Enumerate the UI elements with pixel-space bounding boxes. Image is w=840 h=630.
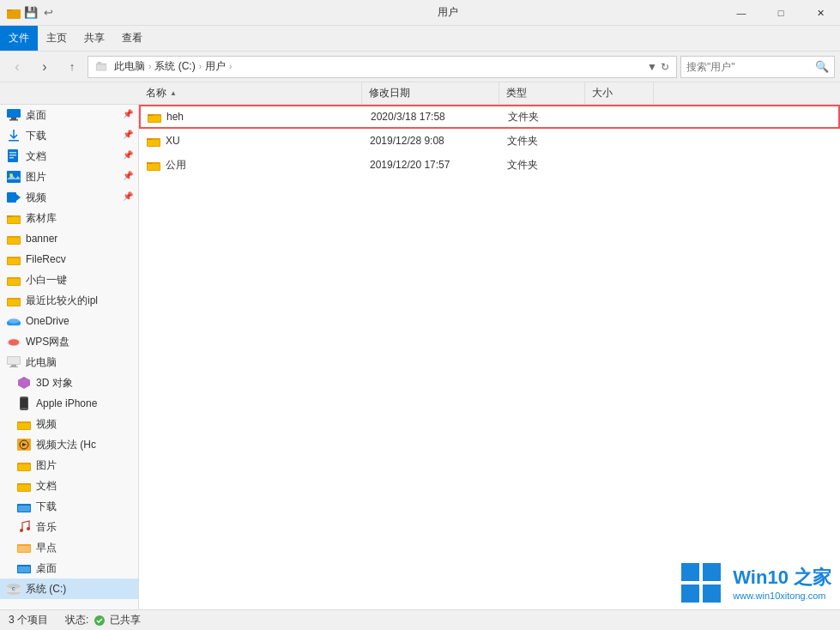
sidebar-item-videos2[interactable]: 视频	[0, 414, 138, 434]
file-date-public: 2019/12/20 17:57	[370, 159, 507, 171]
sidebar-item-pictures[interactable]: 图片 📌	[0, 167, 138, 187]
svg-rect-56	[18, 506, 30, 512]
music-icon	[17, 520, 31, 534]
menu-view[interactable]: 查看	[113, 26, 151, 51]
sidebar-item-breakfast[interactable]: 早点	[0, 537, 138, 558]
svg-rect-40	[9, 366, 18, 367]
svg-marker-73	[147, 138, 153, 140]
sidebar-label-wpsdisk: WPS网盘	[26, 335, 69, 349]
sidebar-item-wpsdisk[interactable]: WPS网盘	[0, 331, 138, 352]
col-header-date[interactable]: 修改日期	[362, 82, 499, 104]
nav-forward-button[interactable]: ›	[33, 56, 57, 78]
sidebar-item-banner[interactable]: banner	[0, 228, 138, 249]
folder-xu-icon	[147, 134, 160, 148]
sidebar-label-3d: 3D 对象	[36, 376, 73, 391]
sidebar-item-downloads[interactable]: 下载 📌	[0, 125, 138, 146]
sidebar-item-downloads2[interactable]: 下载	[0, 496, 138, 517]
watermark-title: Win10 之家	[733, 565, 831, 591]
file-item-xu[interactable]: XU 2019/12/28 9:08 文件夹	[139, 129, 840, 153]
pictures-icon	[7, 170, 21, 184]
sidebar-item-documents[interactable]: 文档 📌	[0, 146, 138, 167]
sidebar-item-videos[interactable]: 视频 📌	[0, 187, 138, 208]
sidebar-item-materials[interactable]: 素材库	[0, 208, 138, 228]
svg-marker-69	[148, 114, 154, 116]
sidebar-item-thispc[interactable]: 此电脑	[0, 352, 138, 373]
svg-rect-70	[148, 116, 160, 122]
search-bar[interactable]: 🔍	[680, 56, 835, 78]
videos-icon	[7, 191, 21, 204]
desktop-icon	[7, 108, 21, 122]
sidebar-item-desktop[interactable]: 桌面 📌	[0, 105, 138, 125]
file-name-text-xu: XU	[166, 135, 180, 147]
svg-rect-26	[8, 258, 20, 264]
sidebar-item-documents2[interactable]: 文档	[0, 476, 138, 496]
sidebar-item-filerecv[interactable]: FileRecv	[0, 249, 138, 270]
file-date-heh: 2020/3/18 17:58	[371, 111, 508, 123]
breadcrumb-thispc[interactable]: 此电脑	[114, 59, 145, 74]
watermark-url: www.win10xitong.com	[733, 591, 831, 601]
sidebar-item-desktop2[interactable]: 桌面	[0, 558, 138, 579]
nav-back-button[interactable]: ‹	[5, 56, 29, 78]
sidebar-item-hot-iphone[interactable]: 最近比较火的ipl	[0, 290, 138, 311]
sidebar-label-desktop: 桌面	[26, 108, 46, 123]
file-name-xu: XU	[147, 134, 370, 148]
watermark: Win10 之家 www.win10xitong.com	[680, 561, 831, 604]
sidebar-label-thispc: 此电脑	[26, 355, 57, 370]
address-refresh-button[interactable]: ↻	[661, 61, 669, 73]
sidebar-label-materials: 素材库	[26, 211, 57, 226]
search-icon: 🔍	[815, 60, 829, 73]
svg-rect-22	[8, 217, 20, 223]
nav-up-button[interactable]: ↑	[60, 56, 84, 78]
sidebar-item-music[interactable]: 音乐	[0, 517, 138, 537]
col-header-type[interactable]: 类型	[499, 82, 585, 104]
sidebar-item-sysdrive[interactable]: C 系统 (C:)	[0, 579, 138, 599]
search-input[interactable]	[686, 61, 815, 73]
breadcrumb-users[interactable]: 用户	[205, 59, 226, 74]
menu-file[interactable]: 文件	[0, 26, 38, 51]
maximize-button[interactable]: □	[761, 0, 801, 26]
svg-rect-28	[8, 279, 20, 285]
file-name-heh: heh	[148, 110, 371, 124]
address-bar[interactable]: 此电脑 › 系统 (C:) › 用户 › ▼ ↻	[88, 56, 677, 78]
menu-share[interactable]: 共享	[76, 26, 113, 51]
svg-marker-77	[147, 162, 153, 164]
menu-home[interactable]: 主页	[38, 26, 76, 51]
title-bar: 💾 ↩ 用户 — □ ✕	[0, 0, 840, 26]
sidebar-item-onekey[interactable]: 小白一键	[0, 270, 138, 290]
address-dropdown-button[interactable]: ▼	[647, 61, 657, 73]
sidebar-label-music: 音乐	[36, 520, 57, 535]
sidebar-item-iphone[interactable]: Apple iPhone	[0, 393, 138, 414]
sidebar-label-videomethod: 视频大法 (Hc	[36, 438, 96, 452]
svg-rect-62	[18, 566, 30, 572]
status-bar: 3 个项目 状态: 已共享	[0, 609, 840, 630]
sidebar-label-videos2: 视频	[36, 417, 57, 432]
col-header-size[interactable]: 大小	[585, 82, 654, 104]
sidebar-item-videomethod[interactable]: 视频大法 (Hc	[0, 434, 138, 455]
svg-point-58	[27, 527, 30, 530]
main-layout: 桌面 📌 下载 📌 文档 📌 图片 📌	[0, 105, 840, 609]
file-name-public: 公用	[147, 158, 370, 173]
videos2-icon	[17, 417, 31, 431]
pin-icon: 📌	[123, 130, 135, 142]
desktop2-icon	[17, 561, 31, 575]
pin-icon: 📌	[123, 150, 135, 162]
close-button[interactable]: ✕	[801, 0, 840, 26]
file-item-heh[interactable]: heh 2020/3/18 17:58 文件夹	[139, 105, 840, 129]
file-item-public[interactable]: 公用 2019/12/20 17:57 文件夹	[139, 153, 840, 177]
svg-rect-54	[18, 485, 30, 491]
save-icon[interactable]: 💾	[24, 6, 38, 20]
title-bar-title: 用户	[62, 5, 833, 20]
col-header-name[interactable]: 名称 ▲	[139, 82, 362, 104]
svg-rect-12	[9, 154, 16, 156]
svg-rect-44	[21, 398, 27, 408]
sidebar-label-breakfast: 早点	[36, 541, 57, 555]
minimize-button[interactable]: —	[722, 0, 761, 26]
sidebar-item-3d[interactable]: 3D 对象	[0, 373, 138, 393]
folder-public-icon	[147, 158, 160, 172]
breadcrumb-drive[interactable]: 系统 (C:)	[154, 59, 195, 74]
svg-point-36	[9, 339, 19, 345]
sidebar-item-pictures2[interactable]: 图片	[0, 455, 138, 476]
sidebar-item-onedrive[interactable]: OneDrive	[0, 311, 138, 331]
folder-onekey-icon	[7, 273, 21, 287]
undo-icon[interactable]: ↩	[41, 6, 55, 20]
